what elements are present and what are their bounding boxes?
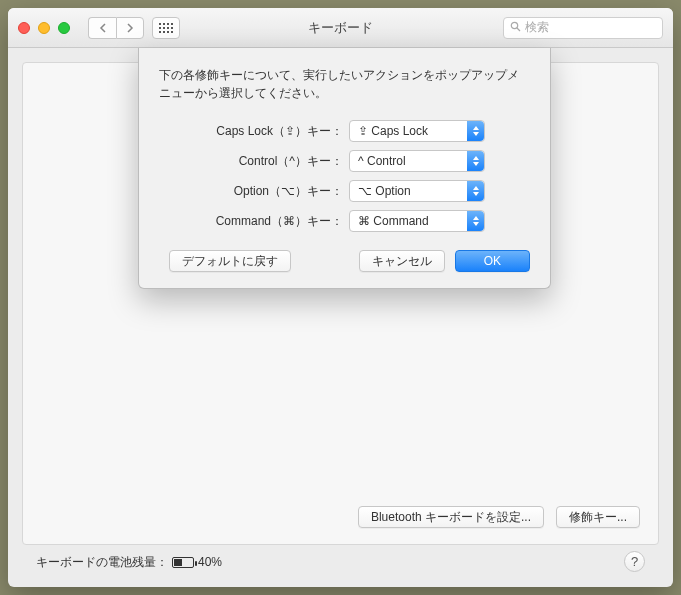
updown-arrows-icon — [467, 121, 484, 141]
row-option: Option（⌥）キー： ⌥ Option — [159, 180, 530, 202]
battery-label: キーボードの電池残量： — [36, 554, 168, 571]
updown-arrows-icon — [467, 151, 484, 171]
bluetooth-setup-button[interactable]: Bluetooth キーボードを設定... — [358, 506, 544, 528]
minimize-window-button[interactable] — [38, 22, 50, 34]
grid-icon — [159, 23, 173, 33]
sheet-description: 下の各修飾キーについて、実行したいアクションをポップアップメニューから選択してく… — [159, 66, 530, 102]
row-control: Control（^）キー： ^ Control — [159, 150, 530, 172]
modifier-keys-sheet: 下の各修飾キーについて、実行したいアクションをポップアップメニューから選択してく… — [138, 48, 551, 289]
chevron-right-icon — [126, 23, 134, 33]
row-capslock: Caps Lock（⇪）キー： ⇪ Caps Lock — [159, 120, 530, 142]
restore-defaults-button[interactable]: デフォルトに戻す — [169, 250, 291, 272]
search-field[interactable]: 検索 — [503, 17, 663, 39]
search-icon — [510, 21, 521, 34]
cancel-button[interactable]: キャンセル — [359, 250, 445, 272]
svg-line-1 — [517, 28, 520, 31]
row-command: Command（⌘）キー： ⌘ Command — [159, 210, 530, 232]
select-capslock[interactable]: ⇪ Caps Lock — [349, 120, 485, 142]
status-row: キーボードの電池残量： 40% ? — [22, 545, 659, 579]
label-command: Command（⌘）キー： — [159, 213, 349, 230]
battery-fill — [174, 559, 182, 566]
panel-bottom-buttons: Bluetooth キーボードを設定... 修飾キー... — [358, 506, 640, 528]
svg-point-0 — [511, 22, 517, 28]
select-option[interactable]: ⌥ Option — [349, 180, 485, 202]
battery-percent: 40% — [198, 555, 222, 569]
zoom-window-button[interactable] — [58, 22, 70, 34]
label-option: Option（⌥）キー： — [159, 183, 349, 200]
ok-button[interactable]: OK — [455, 250, 530, 272]
show-all-button[interactable] — [152, 17, 180, 39]
sheet-button-row: デフォルトに戻す キャンセル OK — [159, 250, 530, 272]
select-command[interactable]: ⌘ Command — [349, 210, 485, 232]
titlebar: キーボード 検索 — [8, 8, 673, 48]
search-placeholder: 検索 — [525, 19, 549, 36]
select-command-value: ⌘ Command — [358, 214, 429, 228]
preferences-window: キーボード 検索 Bluetooth キーボードを設定... 修飾キー... キ… — [8, 8, 673, 587]
select-control[interactable]: ^ Control — [349, 150, 485, 172]
select-option-value: ⌥ Option — [358, 184, 411, 198]
help-button[interactable]: ? — [624, 551, 645, 572]
updown-arrows-icon — [467, 211, 484, 231]
modifier-keys-button[interactable]: 修飾キー... — [556, 506, 640, 528]
traffic-lights — [18, 22, 70, 34]
forward-button[interactable] — [116, 17, 144, 39]
label-capslock: Caps Lock（⇪）キー： — [159, 123, 349, 140]
select-control-value: ^ Control — [358, 154, 406, 168]
battery-icon — [172, 557, 194, 568]
show-all-button-group — [152, 17, 180, 39]
chevron-left-icon — [99, 23, 107, 33]
updown-arrows-icon — [467, 181, 484, 201]
close-window-button[interactable] — [18, 22, 30, 34]
nav-buttons — [88, 17, 144, 39]
select-capslock-value: ⇪ Caps Lock — [358, 124, 428, 138]
label-control: Control（^）キー： — [159, 153, 349, 170]
back-button[interactable] — [88, 17, 116, 39]
